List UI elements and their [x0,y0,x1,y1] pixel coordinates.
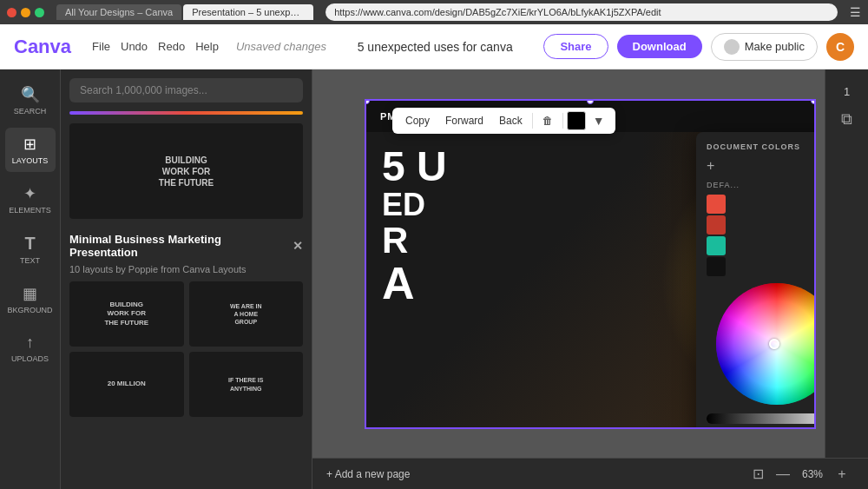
dot-close[interactable] [7,8,16,17]
text-icon: T [24,234,35,254]
floating-toolbar: Copy Forward Back 🗑 ▼ [392,108,615,134]
zoom-controls: ⊡ — 63% + [753,462,854,486]
template-panel: BUILDINGWORK FORTHE FUTURE Minimal Busin… [61,69,312,489]
dot-minimize[interactable] [21,8,30,17]
sidebar-label-bkground: BKGROUND [8,306,53,314]
rotate-line [589,99,591,101]
header-menu: File Undo Redo Help [92,40,219,53]
swatch-red2[interactable] [707,215,726,235]
color-picker-popup: DOCUMENT COLORS + DEFA... [696,132,816,429]
color-swatch-button[interactable] [567,111,586,130]
color-strip [69,111,303,115]
sidebar-item-layouts[interactable]: ⊞ LAYOUTS [5,128,56,172]
unsaved-status: Unsaved changes [236,40,326,53]
sidebar-label-uploads: UPLOADS [11,354,49,363]
template-placeholder-3: 20 MILLION [69,352,184,417]
color-wheel-dark [716,283,817,405]
template-title: Minimal Business Marketing Presentation [69,233,293,259]
document-title: 5 unexpected uses for canva [340,40,529,54]
back-button[interactable]: Back [493,112,529,129]
canvas-area: PMC'S PRESENTATION 5 U ED R A roup [312,69,868,489]
panel-search-area [61,69,312,111]
uploads-icon: ↑ [26,334,34,352]
template-placeholder-1: BUILDINGWORK FORTHE FUTURE [69,281,184,347]
bottom-bar: + Add a new page ⊡ — 63% + [312,458,868,489]
make-public-label: Make public [745,40,805,53]
color-picker-header: DOCUMENT COLORS [707,142,816,151]
make-public-button[interactable]: Make public [711,33,818,61]
template-card-4[interactable]: IF THERE ISANYTHING [189,352,304,417]
sidebar-item-elements[interactable]: ✦ ELEMENTS [5,177,56,221]
toolbar-separator-2 [562,113,563,129]
menu-file[interactable]: File [92,40,110,53]
browser-tabs: All Your Designs – Canva Presentation – … [56,4,313,20]
sidebar-item-bkground[interactable]: ▦ BKGROUND [5,277,56,321]
browser-address-bar[interactable]: https://www.canva.com/design/DAB5gZc7XiE… [326,3,838,21]
share-button[interactable]: Share [543,34,608,59]
slide-main-text: 5 U ED R A [382,145,447,307]
zoom-in-button[interactable]: + [830,462,854,486]
sidebar-item-search[interactable]: 🔍 SEARCH [5,78,56,122]
left-sidebar: 🔍 SEARCH ⊞ LAYOUTS ✦ ELEMENTS T TEXT ▦ B… [0,69,61,489]
browser-chrome: All Your Designs – Canva Presentation – … [0,0,868,24]
add-page-button[interactable]: + Add a new page [326,468,410,480]
user-avatar[interactable]: C [826,33,854,61]
panel-close-button[interactable]: ✕ [293,239,303,253]
public-avatar [724,39,740,55]
search-icon: 🔍 [21,85,40,104]
sidebar-label-search: SEARCH [14,107,47,116]
template-card-3[interactable]: 20 MILLION [69,352,184,417]
brightness-slider[interactable] [707,413,816,424]
swatches-label: DEFA... [707,181,816,189]
forward-button[interactable]: Forward [439,112,490,129]
color-swatches [707,195,816,276]
swatch-red[interactable] [707,195,726,214]
swatch-black[interactable] [707,257,726,276]
presentation-icon[interactable]: ⊡ [753,466,764,482]
template-card-2[interactable]: WE ARE INA HOMEGROUP [189,281,304,347]
canva-logo: Canva [14,36,71,58]
search-input[interactable] [69,78,303,102]
sidebar-item-text[interactable]: T TEXT [5,227,56,272]
copy-layer-icon[interactable]: ⧉ [838,107,856,132]
delete-button[interactable]: 🗑 [536,112,559,129]
handle-top-right[interactable] [811,99,816,104]
template-card-1[interactable]: BUILDINGWORK FORTHE FUTURE [69,281,184,347]
add-color-button[interactable]: + [707,158,816,174]
template-placeholder-2: WE ARE INA HOMEGROUP [189,281,304,347]
dot-maximize[interactable] [35,8,44,17]
browser-tab-1[interactable]: All Your Designs – Canva [56,4,181,20]
elements-icon: ✦ [23,184,36,203]
toolbar-separator [532,113,533,129]
sidebar-label-text: TEXT [20,256,40,265]
sidebar-label-layouts: LAYOUTS [12,156,48,165]
page-number: 1 [844,85,850,98]
header-actions: Share Download Make public C [543,33,854,61]
download-button[interactable]: Download [617,35,702,58]
panel-section-header: Minimal Business Marketing Presentation … [61,224,312,264]
sidebar-item-uploads[interactable]: ↑ UPLOADS [5,327,56,370]
right-panel: 1 ⧉ [825,69,868,458]
dropdown-button[interactable]: ▼ [589,112,608,129]
canvas-container[interactable]: PMC'S PRESENTATION 5 U ED R A roup [312,69,868,458]
swatch-teal[interactable] [707,236,726,255]
app-header: Canva File Undo Redo Help Unsaved change… [0,24,868,69]
color-wheel[interactable] [716,283,817,405]
main-layout: 🔍 SEARCH ⊞ LAYOUTS ✦ ELEMENTS T TEXT ▦ B… [0,69,868,489]
layouts-icon: ⊞ [23,135,36,154]
zoom-out-button[interactable]: — [771,462,795,486]
background-icon: ▦ [23,284,37,303]
menu-help[interactable]: Help [195,40,219,53]
browser-menu-icon[interactable]: ☰ [850,5,861,19]
template-placeholder-main: BUILDINGWORK FORTHE FUTURE [69,123,303,219]
template-placeholder-4: IF THERE ISANYTHING [189,352,304,417]
menu-undo[interactable]: Undo [121,40,148,53]
canvas-slide[interactable]: PMC'S PRESENTATION 5 U ED R A roup [365,99,816,429]
color-wheel-cursor[interactable] [769,339,779,349]
panel-subtitle: 10 layouts by Poppie from Canva Layouts [61,264,312,281]
menu-redo[interactable]: Redo [158,40,185,53]
template-card-main[interactable]: BUILDINGWORK FORTHE FUTURE [69,123,303,219]
template-grid: BUILDINGWORK FORTHE FUTURE WE ARE INA HO… [61,281,312,417]
browser-tab-2[interactable]: Presentation – 5 unexpec... [183,4,313,20]
copy-button[interactable]: Copy [399,112,436,129]
